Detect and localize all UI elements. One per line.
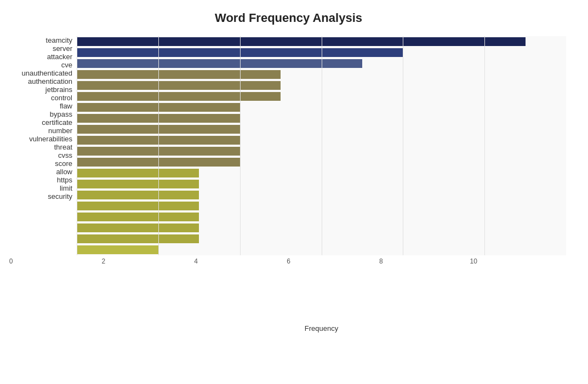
y-label: jetbrains (11, 85, 77, 94)
y-label: allow (11, 168, 77, 176)
bar-row (77, 146, 566, 157)
y-label: score (11, 159, 77, 168)
bar (77, 223, 199, 232)
y-label: limit (11, 184, 77, 192)
bar-row (77, 102, 566, 113)
y-label: vulnerabilities (11, 135, 77, 143)
bar-row (77, 211, 566, 222)
y-label: attacker (11, 53, 77, 61)
bar-row (77, 190, 566, 200)
y-label: https (11, 176, 77, 184)
x-axis: 0246810 (11, 257, 566, 322)
bar-row (77, 244, 566, 255)
bar (77, 169, 199, 177)
bar (77, 136, 240, 145)
bar (77, 147, 240, 156)
bar (77, 158, 240, 167)
bar (77, 191, 199, 199)
y-label: server (11, 44, 77, 53)
x-tick: 8 (379, 257, 383, 265)
x-tick: 10 (470, 257, 477, 265)
x-tick: 2 (101, 257, 105, 265)
bars-section: teamcityserverattackercveunauthenticated… (11, 36, 566, 255)
y-label: teamcity (11, 36, 77, 44)
bar-row (77, 135, 566, 146)
bar-row (77, 157, 566, 168)
bar (77, 245, 158, 254)
bars-grid (77, 36, 566, 255)
bar-row (77, 58, 566, 69)
bar (77, 202, 199, 210)
bar-row (77, 124, 566, 135)
bar (77, 114, 240, 123)
bar (77, 59, 362, 68)
bar-row (77, 179, 566, 190)
bar (77, 125, 240, 134)
bar (77, 81, 281, 90)
y-label: number (11, 127, 77, 135)
bar-row (77, 47, 566, 58)
bar (77, 213, 199, 221)
y-label: security (11, 192, 77, 200)
chart-title: Word Frequency Analysis (11, 11, 566, 25)
bar (77, 37, 526, 46)
bar-row (77, 233, 566, 244)
y-label: control (11, 94, 77, 102)
bar (77, 234, 199, 243)
y-label: threat (11, 143, 77, 151)
y-label: cvss (11, 151, 77, 159)
bar-row (77, 36, 566, 47)
bar-row (77, 222, 566, 233)
bar-row (77, 91, 566, 102)
bar (77, 103, 240, 112)
bar (77, 70, 281, 79)
x-tick: 4 (194, 257, 198, 265)
y-label: bypass (11, 110, 77, 118)
x-tick: 6 (287, 257, 290, 265)
y-label: certificate (11, 118, 77, 127)
y-label: flaw (11, 102, 77, 110)
bar-row (77, 168, 566, 179)
x-axis-label: Frequency (77, 324, 566, 333)
bar-row (77, 113, 566, 124)
chart-area: teamcityserverattackercveunauthenticated… (11, 36, 566, 333)
chart-container: Word Frequency Analysis teamcityserverat… (0, 0, 588, 384)
bar-row (77, 200, 566, 211)
bar (77, 48, 403, 57)
bar (77, 180, 199, 188)
y-label: authentication (11, 77, 77, 85)
y-label: unauthenticated (11, 69, 77, 77)
bar-row (77, 69, 566, 80)
bar-row (77, 80, 566, 91)
y-labels: teamcityserverattackercveunauthenticated… (11, 36, 77, 255)
x-tick: 0 (9, 257, 13, 265)
y-label: cve (11, 61, 77, 69)
bar (77, 92, 281, 101)
